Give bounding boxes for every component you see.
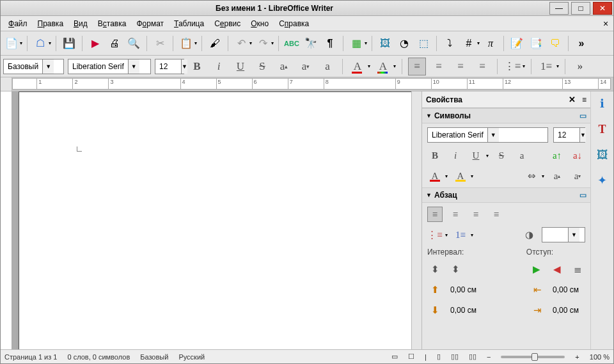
tab-gallery-icon[interactable]: 🖼 xyxy=(594,146,611,163)
toolbar-overflow[interactable]: » xyxy=(573,35,590,52)
menu-format[interactable]: Формат xyxy=(131,17,169,30)
menu-view[interactable]: Вид xyxy=(68,17,93,30)
font-name-combo[interactable]: Liberation Serif▼ xyxy=(68,59,151,74)
side-shrink-font-button[interactable]: a↓ xyxy=(570,148,585,163)
status-page[interactable]: Страница 1 из 1 xyxy=(4,353,57,361)
insert-footnote-button[interactable]: 📝 xyxy=(508,35,525,52)
paste-button[interactable]: 📋 xyxy=(178,35,194,52)
side-underline-button[interactable]: U xyxy=(468,148,484,163)
side-grow-font-button[interactable]: a↑ xyxy=(549,148,565,163)
highlight-dropdown[interactable]: ▾ xyxy=(393,63,396,69)
insert-table-button[interactable]: ▦ xyxy=(348,35,365,52)
align-right-button[interactable]: ≡ xyxy=(452,58,469,75)
zoom-slider[interactable] xyxy=(501,356,565,358)
side-subscript-button[interactable]: a▾ xyxy=(570,168,585,184)
insert-textbox-button[interactable]: ⬚ xyxy=(415,35,432,52)
undo-dropdown[interactable]: ▾ xyxy=(249,40,252,46)
collapse-char-icon[interactable]: ▼ xyxy=(426,113,432,119)
nonprint-button[interactable]: ¶ xyxy=(322,35,338,52)
side-font-color-button[interactable]: A xyxy=(427,168,443,184)
maximize-button[interactable]: □ xyxy=(571,2,590,15)
vertical-scrollbar[interactable] xyxy=(411,91,421,349)
collapse-para-icon[interactable]: ▼ xyxy=(426,192,432,198)
indent-dec-icon[interactable]: ◀ xyxy=(549,262,565,277)
indent-hanging-icon[interactable]: ≣ xyxy=(570,262,585,277)
strike-button[interactable]: S xyxy=(253,58,271,75)
side-align-right-button[interactable]: ≡ xyxy=(468,207,484,222)
save-button[interactable]: 💾 xyxy=(61,35,77,52)
spacing-below-value[interactable]: 0,00 см xyxy=(448,306,476,315)
side-shadow-button[interactable]: a xyxy=(514,148,530,163)
insert-field-dropdown[interactable]: ▾ xyxy=(477,40,480,46)
sidebar-size-combo[interactable]: 12▼ xyxy=(553,127,585,143)
undo-button[interactable]: ↶ xyxy=(233,35,249,52)
clone-format-button[interactable]: 🖌 xyxy=(207,35,223,52)
insert-comment-button[interactable]: 🗨 xyxy=(547,35,563,52)
tab-navigator-icon[interactable]: ✦ xyxy=(594,172,611,189)
side-align-center-button[interactable]: ≡ xyxy=(448,207,463,222)
menu-window[interactable]: Окно xyxy=(246,17,274,30)
spacing-above-value[interactable]: 0,00 см xyxy=(448,285,476,294)
sidebar-menu-icon[interactable]: ≡ xyxy=(582,95,586,104)
side-bullets-button[interactable]: ⋮≡ xyxy=(427,227,443,242)
status-style[interactable]: Базовый xyxy=(140,353,168,361)
zoom-out-button[interactable]: − xyxy=(487,353,491,361)
sidebar-font-combo[interactable]: Liberation Serif▼ xyxy=(427,127,548,143)
find-button[interactable]: 🔭 xyxy=(303,35,319,52)
superscript-button[interactable]: a▴ xyxy=(275,58,293,75)
menu-table[interactable]: Таблица xyxy=(169,17,209,30)
insert-image-button[interactable]: 🖼 xyxy=(377,35,393,52)
insert-pagebreak-button[interactable]: ⤵ xyxy=(441,35,458,52)
insert-field-button[interactable]: # xyxy=(460,35,477,52)
insert-symbol-button[interactable]: π xyxy=(482,35,499,52)
bullets-dropdown[interactable]: ▾ xyxy=(523,63,525,69)
menu-insert[interactable]: Вставка xyxy=(93,17,132,30)
side-superscript-button[interactable]: a▴ xyxy=(549,168,565,184)
side-highlight-button[interactable]: A xyxy=(453,168,468,184)
spellcheck-button[interactable]: ABC xyxy=(283,35,300,52)
indent-inc-icon[interactable]: ▶ xyxy=(529,262,544,277)
open-button[interactable]: ☖ xyxy=(32,35,49,52)
bullets-button[interactable]: ⋮≡ xyxy=(503,58,521,75)
cut-button[interactable]: ✂ xyxy=(152,35,168,52)
font-color-dropdown[interactable]: ▾ xyxy=(368,63,370,69)
open-dropdown[interactable]: ▾ xyxy=(49,40,51,46)
document-close-button[interactable]: × xyxy=(601,19,611,29)
document-page[interactable] xyxy=(19,91,411,349)
underline-button[interactable]: U xyxy=(232,58,249,75)
insert-table-dropdown[interactable]: ▾ xyxy=(365,40,367,46)
print-button[interactable]: 🖨 xyxy=(106,35,123,52)
export-pdf-button[interactable]: ▶ xyxy=(87,35,104,52)
tab-styles-icon[interactable]: T xyxy=(594,121,611,138)
font-color-button[interactable]: A xyxy=(349,58,366,75)
bold-button[interactable]: B xyxy=(188,58,206,75)
vertical-ruler[interactable] xyxy=(1,91,12,349)
status-sign-icon[interactable]: ☐ xyxy=(408,352,414,361)
view-single-icon[interactable]: ▯ xyxy=(437,352,441,361)
spacing-inc-icon[interactable]: ⬍ xyxy=(427,262,443,277)
menu-file[interactable]: Файл xyxy=(3,17,33,30)
tab-properties-icon[interactable]: ℹ xyxy=(594,95,611,112)
side-bgcolor-button[interactable]: ◑ xyxy=(521,227,537,242)
view-book-icon[interactable]: ▯▯ xyxy=(469,352,476,361)
formatting-overflow[interactable]: » xyxy=(571,58,589,75)
side-align-left-button[interactable]: ≡ xyxy=(427,207,443,222)
insert-bookmark-button[interactable]: 📑 xyxy=(528,35,544,52)
font-size-combo[interactable]: 12▼ xyxy=(155,59,184,74)
side-numbering-button[interactable]: 1≡ xyxy=(453,227,468,242)
status-insert-icon[interactable]: ▭ xyxy=(391,352,398,361)
zoom-value[interactable]: 100 % xyxy=(590,353,610,361)
side-bold-button[interactable]: B xyxy=(427,148,443,163)
char-section-more-icon[interactable]: ▭ xyxy=(579,111,586,120)
window-close-button[interactable]: ✕ xyxy=(593,2,612,15)
redo-button[interactable]: ↷ xyxy=(255,35,271,52)
numbering-button[interactable]: 1≡ xyxy=(537,58,555,75)
indent-before-value[interactable]: 0,00 см xyxy=(550,285,579,294)
status-words[interactable]: 0 слов, 0 символов xyxy=(67,353,130,361)
zoom-in-button[interactable]: + xyxy=(575,353,579,361)
horizontal-ruler[interactable]: 12 34 56 78 910 1112 1314 xyxy=(12,78,611,90)
side-char-spacing-button[interactable]: ⇔ xyxy=(524,168,539,184)
sidebar-close-icon[interactable]: ✕ xyxy=(569,95,576,104)
paragraph-style-combo[interactable]: Базовый▼ xyxy=(3,59,64,74)
subscript-button[interactable]: a▾ xyxy=(297,58,315,75)
